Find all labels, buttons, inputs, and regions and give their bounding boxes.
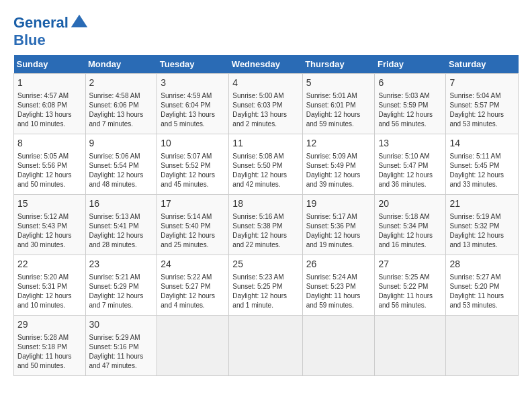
day-number: 7 xyxy=(449,77,515,90)
calendar-cell: 18Sunrise: 5:16 AM Sunset: 5:38 PM Dayli… xyxy=(229,195,302,255)
day-number: 30 xyxy=(89,318,154,332)
calendar-cell: 16Sunrise: 5:13 AM Sunset: 5:41 PM Dayli… xyxy=(85,195,157,255)
calendar-cell: 22Sunrise: 5:20 AM Sunset: 5:31 PM Dayli… xyxy=(14,255,86,316)
day-header-friday: Friday xyxy=(375,55,446,74)
day-number: 23 xyxy=(89,258,154,271)
calendar-cell: 14Sunrise: 5:11 AM Sunset: 5:45 PM Dayli… xyxy=(446,134,519,195)
day-header-thursday: Thursday xyxy=(302,55,375,74)
day-info: Sunrise: 5:17 AM Sunset: 5:36 PM Dayligh… xyxy=(306,212,371,250)
day-header-saturday: Saturday xyxy=(446,55,519,74)
day-info: Sunrise: 5:20 AM Sunset: 5:31 PM Dayligh… xyxy=(17,273,82,310)
calendar-cell: 28Sunrise: 5:27 AM Sunset: 5:20 PM Dayli… xyxy=(446,255,519,316)
day-info: Sunrise: 5:09 AM Sunset: 5:49 PM Dayligh… xyxy=(306,152,371,189)
calendar-cell: 21Sunrise: 5:19 AM Sunset: 5:32 PM Dayli… xyxy=(446,195,519,255)
calendar-week-4: 22Sunrise: 5:20 AM Sunset: 5:31 PM Dayli… xyxy=(14,255,519,316)
day-info: Sunrise: 5:22 AM Sunset: 5:27 PM Dayligh… xyxy=(161,273,225,310)
day-info: Sunrise: 5:21 AM Sunset: 5:29 PM Dayligh… xyxy=(89,273,154,310)
calendar-cell: 8Sunrise: 5:05 AM Sunset: 5:56 PM Daylig… xyxy=(14,134,86,195)
calendar-cell: 11Sunrise: 5:08 AM Sunset: 5:50 PM Dayli… xyxy=(229,134,302,195)
calendar-cell: 27Sunrise: 5:25 AM Sunset: 5:22 PM Dayli… xyxy=(375,255,446,316)
calendar-cell: 24Sunrise: 5:22 AM Sunset: 5:27 PM Dayli… xyxy=(157,255,229,316)
day-info: Sunrise: 4:59 AM Sunset: 6:04 PM Dayligh… xyxy=(161,91,225,129)
calendar-cell: 13Sunrise: 5:10 AM Sunset: 5:47 PM Dayli… xyxy=(375,134,446,195)
calendar-cell: 15Sunrise: 5:12 AM Sunset: 5:43 PM Dayli… xyxy=(14,195,86,255)
day-number: 24 xyxy=(161,258,225,271)
day-number: 14 xyxy=(449,137,515,150)
day-number: 3 xyxy=(161,77,225,90)
calendar-table: SundayMondayTuesdayWednesdayThursdayFrid… xyxy=(13,55,519,376)
day-info: Sunrise: 5:19 AM Sunset: 5:32 PM Dayligh… xyxy=(449,212,515,250)
calendar-cell: 20Sunrise: 5:18 AM Sunset: 5:34 PM Dayli… xyxy=(375,195,446,255)
day-number: 13 xyxy=(378,137,442,150)
calendar-cell: 5Sunrise: 5:01 AM Sunset: 6:01 PM Daylig… xyxy=(302,74,375,134)
day-number: 18 xyxy=(232,197,298,211)
day-number: 5 xyxy=(306,77,371,90)
day-info: Sunrise: 5:05 AM Sunset: 5:56 PM Dayligh… xyxy=(17,152,82,189)
day-header-monday: Monday xyxy=(85,55,157,74)
day-number: 22 xyxy=(17,258,82,271)
calendar-week-2: 8Sunrise: 5:05 AM Sunset: 5:56 PM Daylig… xyxy=(14,134,519,195)
logo-blue-text: Blue xyxy=(13,32,89,48)
calendar-cell xyxy=(229,316,302,376)
day-number: 11 xyxy=(232,137,298,150)
day-info: Sunrise: 5:23 AM Sunset: 5:25 PM Dayligh… xyxy=(232,273,298,310)
day-number: 15 xyxy=(17,197,82,211)
day-info: Sunrise: 5:25 AM Sunset: 5:22 PM Dayligh… xyxy=(378,273,442,310)
calendar-week-5: 29Sunrise: 5:28 AM Sunset: 5:18 PM Dayli… xyxy=(14,316,519,376)
logo-text: General xyxy=(13,15,69,31)
day-info: Sunrise: 5:14 AM Sunset: 5:40 PM Dayligh… xyxy=(161,212,225,250)
calendar-cell: 26Sunrise: 5:24 AM Sunset: 5:23 PM Dayli… xyxy=(302,255,375,316)
page-header: General Blue xyxy=(13,13,519,48)
day-info: Sunrise: 5:13 AM Sunset: 5:41 PM Dayligh… xyxy=(89,212,154,250)
day-number: 2 xyxy=(89,77,154,90)
calendar-week-1: 1Sunrise: 4:57 AM Sunset: 6:08 PM Daylig… xyxy=(14,74,519,134)
day-number: 25 xyxy=(232,258,298,271)
calendar-cell: 4Sunrise: 5:00 AM Sunset: 6:03 PM Daylig… xyxy=(229,74,302,134)
calendar-cell: 1Sunrise: 4:57 AM Sunset: 6:08 PM Daylig… xyxy=(14,74,86,134)
svg-marker-0 xyxy=(71,15,87,28)
day-info: Sunrise: 5:03 AM Sunset: 5:59 PM Dayligh… xyxy=(378,91,442,129)
logo-icon xyxy=(70,13,89,32)
calendar-cell: 2Sunrise: 4:58 AM Sunset: 6:06 PM Daylig… xyxy=(85,74,157,134)
calendar-cell: 10Sunrise: 5:07 AM Sunset: 5:52 PM Dayli… xyxy=(157,134,229,195)
calendar-cell: 23Sunrise: 5:21 AM Sunset: 5:29 PM Dayli… xyxy=(85,255,157,316)
day-info: Sunrise: 5:29 AM Sunset: 5:16 PM Dayligh… xyxy=(89,333,154,371)
day-info: Sunrise: 5:24 AM Sunset: 5:23 PM Dayligh… xyxy=(306,273,371,310)
calendar-cell xyxy=(446,316,519,376)
calendar-cell: 3Sunrise: 4:59 AM Sunset: 6:04 PM Daylig… xyxy=(157,74,229,134)
day-number: 21 xyxy=(449,197,515,211)
day-number: 16 xyxy=(89,197,154,211)
calendar-body: 1Sunrise: 4:57 AM Sunset: 6:08 PM Daylig… xyxy=(14,74,519,376)
calendar-header-row: SundayMondayTuesdayWednesdayThursdayFrid… xyxy=(14,55,519,74)
day-info: Sunrise: 5:28 AM Sunset: 5:18 PM Dayligh… xyxy=(17,333,82,371)
calendar-cell: 25Sunrise: 5:23 AM Sunset: 5:25 PM Dayli… xyxy=(229,255,302,316)
day-info: Sunrise: 5:12 AM Sunset: 5:43 PM Dayligh… xyxy=(17,212,82,250)
day-info: Sunrise: 5:18 AM Sunset: 5:34 PM Dayligh… xyxy=(378,212,442,250)
calendar-cell: 6Sunrise: 5:03 AM Sunset: 5:59 PM Daylig… xyxy=(375,74,446,134)
day-number: 1 xyxy=(17,77,82,90)
logo: General Blue xyxy=(13,13,89,48)
day-info: Sunrise: 5:07 AM Sunset: 5:52 PM Dayligh… xyxy=(161,152,225,189)
day-number: 17 xyxy=(161,197,225,211)
day-info: Sunrise: 5:06 AM Sunset: 5:54 PM Dayligh… xyxy=(89,152,154,189)
day-info: Sunrise: 5:08 AM Sunset: 5:50 PM Dayligh… xyxy=(232,152,298,189)
day-number: 12 xyxy=(306,137,371,150)
day-info: Sunrise: 5:00 AM Sunset: 6:03 PM Dayligh… xyxy=(232,91,298,129)
calendar-cell: 29Sunrise: 5:28 AM Sunset: 5:18 PM Dayli… xyxy=(14,316,86,376)
calendar-cell: 12Sunrise: 5:09 AM Sunset: 5:49 PM Dayli… xyxy=(302,134,375,195)
day-number: 27 xyxy=(378,258,442,271)
day-number: 9 xyxy=(89,137,154,150)
day-number: 6 xyxy=(378,77,442,90)
calendar-cell: 17Sunrise: 5:14 AM Sunset: 5:40 PM Dayli… xyxy=(157,195,229,255)
calendar-cell: 7Sunrise: 5:04 AM Sunset: 5:57 PM Daylig… xyxy=(446,74,519,134)
day-info: Sunrise: 5:01 AM Sunset: 6:01 PM Dayligh… xyxy=(306,91,371,129)
calendar-cell: 19Sunrise: 5:17 AM Sunset: 5:36 PM Dayli… xyxy=(302,195,375,255)
calendar-cell: 9Sunrise: 5:06 AM Sunset: 5:54 PM Daylig… xyxy=(85,134,157,195)
calendar-cell xyxy=(302,316,375,376)
day-info: Sunrise: 5:11 AM Sunset: 5:45 PM Dayligh… xyxy=(449,152,515,189)
day-number: 10 xyxy=(161,137,225,150)
day-header-wednesday: Wednesday xyxy=(229,55,302,74)
day-number: 8 xyxy=(17,137,82,150)
day-number: 29 xyxy=(17,318,82,332)
day-info: Sunrise: 4:58 AM Sunset: 6:06 PM Dayligh… xyxy=(89,91,154,129)
